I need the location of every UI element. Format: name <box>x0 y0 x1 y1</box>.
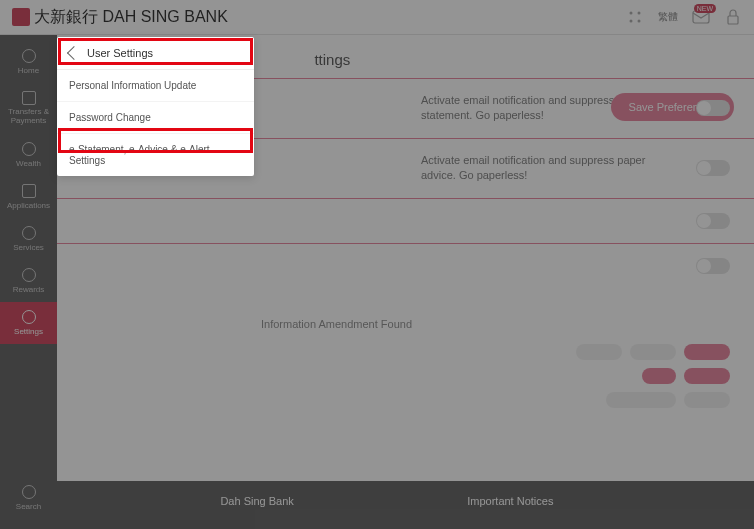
submenu-title: User Settings <box>87 47 153 59</box>
submenu-item-estatement[interactable]: e-Statement, e-Advice & e-Alert Settings <box>57 133 254 176</box>
settings-submenu: User Settings Personal Information Updat… <box>57 37 254 176</box>
submenu-item-personal-info[interactable]: Personal Information Update <box>57 70 254 101</box>
chevron-left-icon <box>67 46 81 60</box>
submenu-item-password[interactable]: Password Change <box>57 101 254 133</box>
submenu-back[interactable]: User Settings <box>57 37 254 70</box>
